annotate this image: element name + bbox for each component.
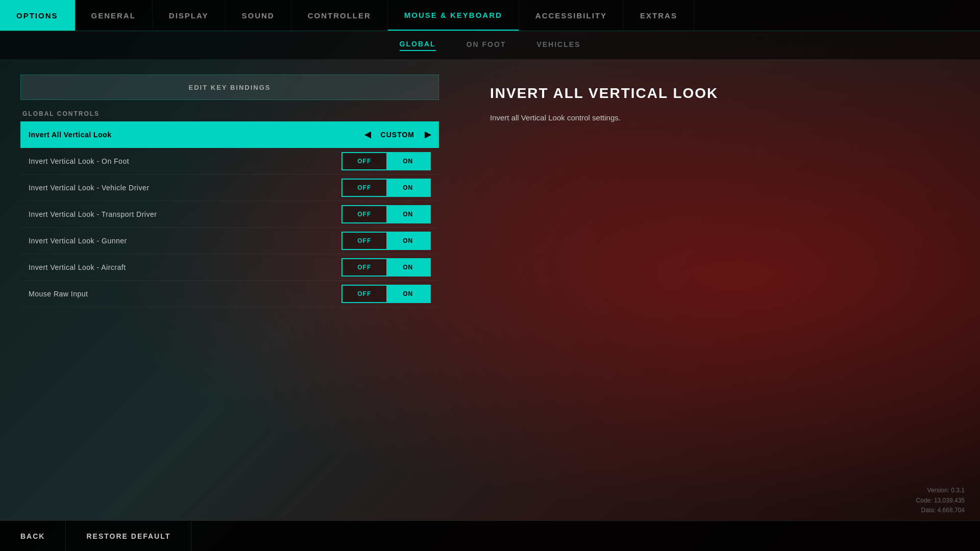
toggle-gunner[interactable]: OFF ON [341, 232, 431, 250]
nav-tab-mouse-keyboard[interactable]: MOUSE & KEYBOARD [388, 0, 519, 31]
toggle-on-foot[interactable]: OFF ON [341, 152, 431, 170]
toggle-on-label: ON [386, 153, 430, 169]
row-label-gunner: Invert Vertical Look - Gunner [29, 237, 127, 245]
description-title: INVERT ALL VERTICAL LOOK [490, 85, 949, 102]
row-invert-on-foot[interactable]: Invert Vertical Look - On Foot OFF ON [20, 148, 439, 174]
custom-selector: ◀ CUSTOM ▶ [364, 130, 431, 139]
nav-tab-display[interactable]: DISPLAY [153, 0, 226, 31]
description-text: Invert all Vertical Look control setting… [490, 112, 949, 124]
left-panel: EDIT KEY BINDINGS GLOBAL CONTROLS Invert… [0, 74, 459, 520]
row-label-invert-all: Invert All Vertical Look [29, 131, 111, 139]
version-code: Code: 13,039,435 [916, 496, 965, 506]
toggle-off-label: OFF [342, 233, 386, 249]
right-panel: INVERT ALL VERTICAL LOOK Invert all Vert… [459, 74, 980, 520]
row-label-aircraft: Invert Vertical Look - Aircraft [29, 263, 126, 271]
toggle-on-label: ON [386, 233, 430, 249]
top-navigation: OPTIONS GENERAL DISPLAY SOUND CONTROLLER… [0, 0, 980, 31]
edit-key-bindings-button[interactable]: EDIT KEY BINDINGS [20, 74, 439, 100]
row-invert-all-vertical[interactable]: Invert All Vertical Look ◀ CUSTOM ▶ [20, 121, 439, 148]
toggle-off-label: OFF [342, 259, 386, 276]
subtab-global[interactable]: GLOBAL [400, 40, 436, 51]
row-invert-transport-driver[interactable]: Invert Vertical Look - Transport Driver … [20, 201, 439, 228]
custom-value: CUSTOM [381, 131, 414, 139]
nav-tab-options[interactable]: OPTIONS [0, 0, 75, 31]
row-label-mouse-raw: Mouse Raw Input [29, 290, 88, 298]
toggle-on-label: ON [386, 259, 430, 276]
back-button[interactable]: BACK [0, 521, 66, 551]
subtab-on-foot[interactable]: ON FOOT [467, 40, 506, 51]
subtab-vehicles[interactable]: VEHICLES [536, 40, 580, 51]
restore-default-button[interactable]: RESTORE DEFAULT [66, 521, 191, 551]
nav-tab-general[interactable]: GENERAL [75, 0, 153, 31]
arrow-right-icon[interactable]: ▶ [425, 130, 431, 139]
row-mouse-raw-input[interactable]: Mouse Raw Input OFF ON [20, 281, 439, 307]
toggle-on-label: ON [386, 286, 430, 302]
row-invert-gunner[interactable]: Invert Vertical Look - Gunner OFF ON [20, 228, 439, 254]
toggle-on-label: ON [386, 180, 430, 196]
version-info: Version: 0.3.1 Code: 13,039,435 Data: 4,… [916, 486, 965, 515]
arrow-left-icon[interactable]: ◀ [364, 130, 371, 139]
nav-tab-controller[interactable]: CONTROLLER [291, 0, 388, 31]
toggle-vehicle-driver[interactable]: OFF ON [341, 179, 431, 197]
toggle-aircraft[interactable]: OFF ON [341, 258, 431, 277]
row-label-transport-driver: Invert Vertical Look - Transport Driver [29, 210, 157, 218]
toggle-off-label: OFF [342, 180, 386, 196]
toggle-off-label: OFF [342, 286, 386, 302]
toggle-on-label: ON [386, 206, 430, 222]
sub-navigation: GLOBAL ON FOOT VEHICLES [0, 31, 980, 59]
nav-tab-sound[interactable]: SOUND [226, 0, 291, 31]
bottom-bar: BACK RESTORE DEFAULT [0, 520, 980, 551]
row-invert-aircraft[interactable]: Invert Vertical Look - Aircraft OFF ON [20, 254, 439, 281]
row-label-vehicle-driver: Invert Vertical Look - Vehicle Driver [29, 184, 149, 192]
row-invert-vehicle-driver[interactable]: Invert Vertical Look - Vehicle Driver OF… [20, 174, 439, 201]
toggle-off-label: OFF [342, 206, 386, 222]
toggle-mouse-raw[interactable]: OFF ON [341, 285, 431, 303]
main-content: EDIT KEY BINDINGS GLOBAL CONTROLS Invert… [0, 59, 980, 520]
global-controls-header: GLOBAL CONTROLS [20, 110, 439, 117]
toggle-off-label: OFF [342, 153, 386, 169]
toggle-transport-driver[interactable]: OFF ON [341, 205, 431, 223]
row-label-on-foot: Invert Vertical Look - On Foot [29, 157, 129, 165]
version-number: Version: 0.3.1 [916, 486, 965, 495]
version-data: Data: 4,668,704 [916, 506, 965, 515]
nav-tab-accessibility[interactable]: ACCESSIBILITY [519, 0, 624, 31]
nav-tab-extras[interactable]: EXTRAS [624, 0, 694, 31]
